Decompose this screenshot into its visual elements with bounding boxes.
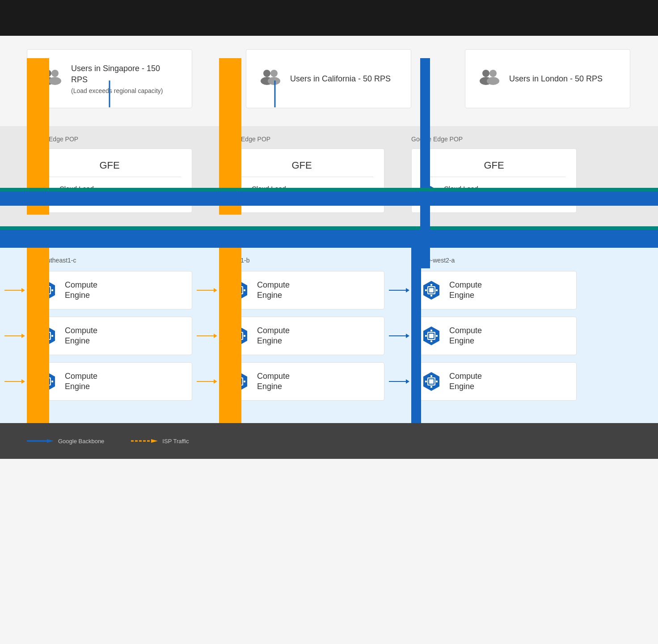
svg-rect-65 — [244, 381, 245, 382]
cloud-lb-icon-3 — [422, 185, 439, 201]
backend-section: asia-southeast1-c — [0, 248, 658, 423]
svg-rect-37 — [51, 335, 53, 337]
compute-engine-icon-3-1 — [421, 280, 442, 301]
compute-text-2-2: ComputeEngine — [257, 326, 290, 347]
gfe-service-3: Cloud LoadBalancing — [422, 184, 565, 202]
svg-rect-51 — [244, 289, 245, 291]
compute-engine-icon-2-2 — [228, 325, 250, 347]
pop-label-2: Google Edge POP — [219, 135, 384, 143]
gfe-service-2: Cloud LoadBalancing — [230, 184, 373, 202]
svg-rect-78 — [425, 335, 427, 337]
pop-label-text-2: Google Edge POP — [219, 136, 270, 143]
arrow-2-1 — [197, 288, 217, 292]
compute-card-1-3: ComputeEngine — [27, 362, 192, 401]
compute-card-1-1: ComputeEngine — [27, 271, 192, 309]
compute-text-1-2: ComputeEngine — [65, 326, 97, 347]
svg-rect-82 — [429, 379, 434, 384]
arrow-3-2 — [389, 334, 409, 338]
arrow-1-1 — [4, 288, 25, 292]
svg-rect-64 — [233, 381, 235, 382]
users-row: Users in Singapore - 150 RPS (Load excee… — [0, 36, 658, 108]
svg-rect-57 — [233, 335, 235, 337]
legend-item-1: Google Backbone — [27, 437, 104, 445]
compute-text-2-3: ComputeEngine — [257, 371, 290, 392]
gfe-card-1: GFE Cloud LoadBalancing — [27, 148, 192, 213]
gfe-section: Google Edge POP Google Edge POP Google E… — [0, 126, 658, 226]
gfe-service-text-3: Cloud LoadBalancing — [444, 184, 478, 202]
zone-label-1: asia-southeast1-c — [27, 257, 192, 264]
svg-rect-35 — [46, 340, 48, 342]
users-icon-singapore — [41, 68, 62, 89]
backend-row: asia-southeast1-c — [0, 248, 658, 423]
gfe-card-2: GFE Cloud LoadBalancing — [219, 148, 384, 213]
compute-text-2-1: ComputeEngine — [257, 280, 290, 301]
compute-text-1-1: ComputeEngine — [65, 280, 97, 301]
teal-bar — [0, 226, 658, 230]
compute-card-london-1: ComputeEngine — [411, 271, 577, 309]
compute-engine-icon-1-2 — [36, 325, 58, 347]
svg-rect-23 — [427, 195, 434, 195]
spacer-top — [0, 108, 658, 126]
gfe-title-2: GFE — [230, 160, 373, 171]
svg-rect-26 — [45, 288, 49, 292]
zone-col-3: europe-west2-a — [411, 257, 577, 401]
svg-rect-72 — [436, 289, 438, 291]
svg-rect-17 — [235, 191, 242, 192]
compute-engine-icon-2-3 — [228, 371, 250, 392]
svg-rect-58 — [244, 335, 245, 337]
svg-rect-50 — [233, 289, 235, 291]
arrow-3-3 — [389, 379, 409, 384]
gfe-cards-row: GFE Cloud LoadBalancing GFE — [0, 143, 658, 213]
singapore-label: Users in Singapore - 150 RPS — [71, 63, 178, 85]
svg-point-4 — [263, 70, 270, 77]
legend-line-orange — [131, 437, 158, 445]
svg-point-3 — [49, 77, 61, 85]
pop-label-text-1: Google Edge POP — [27, 136, 78, 143]
compute-card-2-1: ComputeEngine — [219, 271, 384, 309]
svg-point-2 — [51, 70, 59, 77]
compute-card-3-2: ComputeEngine — [411, 317, 577, 355]
compute-card-2-3: ComputeEngine — [219, 362, 384, 401]
svg-rect-34 — [46, 330, 48, 331]
zone-col-1: asia-southeast1-c — [27, 257, 192, 401]
compute-text-3-3: ComputeEngine — [449, 371, 482, 392]
svg-rect-79 — [436, 335, 438, 337]
compute-card-singapore-3: ComputeEngine — [27, 362, 192, 401]
svg-rect-29 — [41, 289, 42, 291]
svg-rect-15 — [42, 195, 50, 195]
california-label: Users in California - 50 RPS — [290, 73, 391, 85]
zone-label-3: europe-west2-a — [411, 257, 577, 264]
svg-rect-56 — [238, 340, 240, 342]
arrow-2-3 — [197, 379, 217, 384]
diagram: Users in Singapore - 150 RPS (Load excee… — [0, 36, 658, 459]
svg-marker-91 — [151, 439, 158, 443]
gfe-service-text-1: Cloud LoadBalancing — [59, 184, 94, 202]
arrow-2-2 — [197, 334, 217, 338]
svg-rect-30 — [51, 289, 53, 291]
compute-card-california-2: ComputeEngine — [219, 317, 384, 355]
svg-rect-40 — [45, 379, 49, 384]
svg-point-7 — [268, 77, 280, 85]
compute-card-london-3: ComputeEngine — [411, 362, 577, 401]
svg-rect-18 — [235, 193, 242, 194]
svg-rect-71 — [425, 289, 427, 291]
gfe-title-3: GFE — [422, 160, 565, 171]
svg-rect-62 — [238, 375, 240, 377]
compute-card-singapore-1: ComputeEngine — [27, 271, 192, 309]
user-card-singapore: Users in Singapore - 150 RPS (Load excee… — [27, 49, 192, 108]
compute-card-2-2: ComputeEngine — [219, 317, 384, 355]
zone-col-2: us-west1-b — [219, 257, 384, 401]
zone-label-2: us-west1-b — [219, 257, 384, 264]
legend-text-1: Google Backbone — [58, 438, 104, 445]
svg-marker-88 — [47, 439, 54, 443]
svg-rect-55 — [238, 330, 240, 331]
compute-card-1-2: ComputeEngine — [27, 317, 192, 355]
compute-engine-icon-1-1 — [36, 280, 58, 301]
svg-rect-27 — [46, 284, 48, 286]
user-card-london: Users in London - 50 RPS — [465, 49, 630, 108]
pop-label-1: Google Edge POP — [27, 135, 192, 143]
svg-rect-68 — [429, 288, 434, 292]
svg-rect-76 — [430, 330, 432, 331]
svg-rect-54 — [237, 334, 241, 338]
svg-rect-70 — [430, 295, 432, 297]
